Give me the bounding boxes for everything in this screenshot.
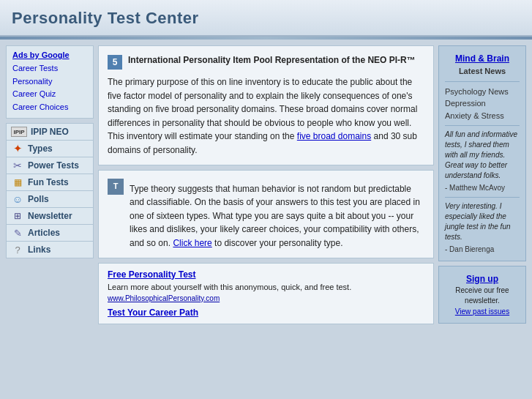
quote-1-text: Very interesting. I especially liked the… [445,201,520,242]
mind-brain-title[interactable]: Mind & Brain [445,52,520,65]
quote-0-text: All fun and informative tests, I shared … [445,130,520,181]
news-item-1: Depression [445,97,520,110]
mind-brain-box: Mind & Brain Latest News Psychology News… [438,45,526,261]
ads-link-personality[interactable]: Personality [12,75,87,89]
links-icon: ? [11,245,24,255]
quote-1-author: - Dan Bierenga [445,244,520,255]
ads-link-career-tests[interactable]: Career Tests [12,62,87,75]
nav-label-articles: Articles [28,228,60,238]
nav-label-fun: Fun Tests [28,177,69,187]
nav-label-newsletter: Newsletter [28,211,72,221]
left-sidebar: Ads by Google Career Tests Personality C… [6,45,94,324]
free-test-url[interactable]: www.PhilosophicalPersonality.com [108,294,220,302]
nav-label-power: Power Tests [28,160,79,171]
news-item-2: Anxiety & Stress [445,110,520,122]
types-content-box: T Type theory suggests that human behavi… [98,170,434,258]
sidebar-item-types[interactable]: ✦ Types [7,141,93,157]
mind-brain-divider [445,81,520,82]
power-icon: ✂ [11,160,24,171]
page-title: Personality Test Center [12,9,520,28]
quote-0-author: - Matthew McAvoy [445,182,520,193]
career-path-link[interactable]: Test Your Career Path [108,307,424,318]
nav-box: IPIP IPIP NEO ✦ Types ✂ Power Tests ▦ Fu… [6,123,94,258]
sidebar-item-links[interactable]: ? Links [7,242,93,258]
sidebar-item-newsletter[interactable]: ⊞ Newsletter [7,208,93,225]
nav-label-types: Types [28,143,53,154]
quote-divider-2 [445,197,520,198]
ipip-header: 5 International Personality Item Pool Re… [108,53,424,70]
signup-box: Sign up Receive our free newsletter. Vie… [438,266,526,324]
polls-icon: ☺ [11,194,24,204]
free-test-box: Free Personality Test Learn more about y… [98,263,434,324]
center-content: 5 International Personality Item Pool Re… [98,45,434,324]
click-here-link[interactable]: Click here [173,238,211,248]
ads-title: Ads by Google [12,51,87,59]
free-test-link[interactable]: Free Personality Test [108,269,196,280]
nav-label-links: Links [28,245,50,255]
types-section-icon: T [108,179,124,195]
quotes-divider [445,125,520,126]
sidebar-item-polls[interactable]: ☺ Polls [7,191,93,208]
main-layout: Ads by Google Career Tests Personality C… [0,40,532,330]
view-past-link[interactable]: View past issues [445,306,520,317]
types-icon: ✦ [11,143,24,154]
ads-box: Ads by Google Career Tests Personality C… [6,45,94,119]
ads-link-career-choices[interactable]: Career Choices [12,101,87,114]
types-header: T Type theory suggests that human behavi… [108,178,424,250]
nav-label-ipip: IPIP NEO [31,127,69,137]
five-broad-domains-link[interactable]: five broad domains [297,131,371,141]
sidebar-item-ipip-neo[interactable]: IPIP IPIP NEO [7,124,93,141]
sidebar-item-fun-tests[interactable]: ▦ Fun Tests [7,174,93,191]
fun-icon: ▦ [11,177,24,187]
sidebar-item-power-tests[interactable]: ✂ Power Tests [7,157,93,174]
ipip-body: The primary purpose of this on line inve… [108,75,424,157]
sidebar-item-articles[interactable]: ✎ Articles [7,225,93,242]
free-test-desc: Learn more about yourself with this anon… [108,282,424,293]
ipip-icon: IPIP [11,127,27,137]
news-item-0: Psychology News [445,86,520,98]
ads-link-career-quiz[interactable]: Career Quiz [12,88,87,101]
newsletter-icon: ⊞ [11,211,24,221]
header: Personality Test Center [0,0,532,40]
nav-label-polls: Polls [28,194,49,204]
ipip-title: International Personality Item Pool Repr… [128,53,416,67]
signup-link[interactable]: Sign up [445,272,520,286]
articles-icon: ✎ [11,228,24,238]
latest-news-label: Latest News [445,65,520,78]
signup-desc: Receive our free newsletter. [445,286,520,306]
ipip-badge: 5 [108,55,122,70]
right-sidebar: Mind & Brain Latest News Psychology News… [438,45,526,324]
types-body: Type theory suggests that human behavior… [130,182,424,250]
ipip-content-box: 5 International Personality Item Pool Re… [98,45,434,165]
